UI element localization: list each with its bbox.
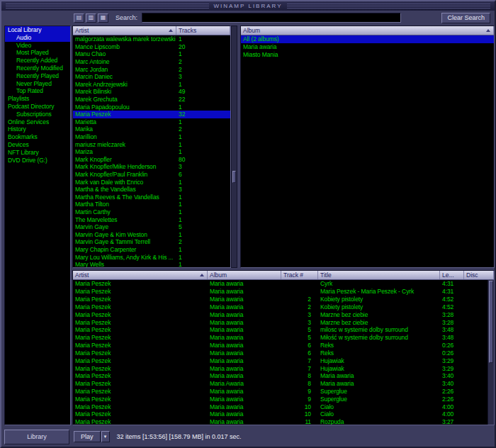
artist-row[interactable]: Mary Lou Williams, Andy Kirk & His ... 1 [73,253,230,261]
column-header-artist[interactable]: Artist [73,26,176,35]
artist-row[interactable]: Marvin Gaye & Tammi Terrell 2 [73,238,230,246]
sidebar-item[interactable]: Audio [5,34,70,42]
column-header-track-number[interactable]: Track # [281,271,318,279]
album-row[interactable]: All (2 albums) [241,35,494,43]
artist-row[interactable]: Martin Carthy 1 [73,208,230,216]
album-row[interactable]: Miasto Mania [241,51,494,59]
artist-row[interactable]: Maria Papadopoulou 1 [73,103,230,111]
sidebar-item[interactable]: Bookmarks [5,133,70,141]
track-row[interactable]: Maria Peszek Maria awaria Cyrk 4:31 [73,280,487,288]
artist-row[interactable]: mariusz mielczarek 1 [73,140,230,148]
sidebar-item[interactable]: Video [5,42,70,50]
sidebar-item[interactable]: Playlists [5,95,70,103]
track-row[interactable]: Maria Peszek Maria awaria 7 Hujawiak 3:2… [73,357,487,364]
track-row[interactable]: Maria Peszek Maria awaria Maria Peszek -… [73,288,487,296]
track-row[interactable]: Maria Peszek Maria awaria 3 Marzne bez c… [73,310,487,318]
artist-row[interactable]: Marek Andrzejewski 1 [73,81,230,89]
track-row[interactable]: Maria Peszek Maria awaria 9 Superglue 2:… [73,395,487,403]
sidebar-item[interactable]: Recently Played [5,72,70,80]
column-header-tracks[interactable]: Tracks [176,26,230,35]
track-row[interactable]: Maria Peszek Maria Awaria 8 Maria awaria… [73,380,487,388]
sidebar-item[interactable]: Online Services [5,118,70,126]
track-row[interactable]: Maria Peszek Maria awaria 11 Rozpuda 3:2… [73,418,487,425]
artist-row[interactable]: Marietta 1 [73,118,230,126]
track-row[interactable]: Maria Peszek Maria awaria 6 Reks 0:26 [73,342,487,349]
column-header-track-length[interactable]: Le... [440,271,464,279]
titlebar[interactable]: WINAMP LIBRARY [1,1,495,11]
artist-row[interactable]: The Marvelettes 1 [73,215,230,223]
sidebar-item[interactable]: Most Played [5,49,70,57]
track-row[interactable]: Maria Peszek Maria awaria 9 Superglue 2:… [73,388,487,396]
artist-row[interactable]: Marvin Gaye 5 [73,223,230,231]
artist-row[interactable]: Marek Bilinski 49 [73,88,230,96]
track-row[interactable]: Maria Peszek Maria awaria 10 Ciało 4:00 [73,403,487,410]
artist-row[interactable]: Marvin Gaye & Kim Weston 1 [73,230,230,238]
toolbar-view-button[interactable]: ▤ [74,13,84,23]
toolbar-view-button[interactable]: ▥ [86,13,96,23]
play-button[interactable]: Play [74,431,101,442]
track-row[interactable]: Maria Peszek Maria awaria 3 Marzne bez c… [73,318,487,326]
sidebar-item[interactable]: Never Played [5,80,70,88]
play-dropdown-button[interactable]: ▼ [101,431,110,442]
artist-row[interactable]: Martha Reeves & The Vandellas 1 [73,193,230,201]
artist-track-count: 1 [176,35,230,43]
sidebar-item-label: Recently Modified [16,65,63,72]
artist-row[interactable]: malgorzata walewska marek torzewski 1 [73,35,230,43]
artist-row[interactable]: Mark Knopfler 80 [73,156,230,164]
status-text: 32 items [1:53:56] [158.79 MB] in 0.017 … [117,433,242,440]
artist-row[interactable]: Martha & the Vandellas 3 [73,186,230,194]
track-title: Superglue [318,396,440,403]
sidebar-item[interactable]: DVD Drive (G:) [5,157,70,164]
artist-list-scrollbar[interactable] [231,26,237,268]
sidebar-item[interactable]: Recently Modified [5,65,70,72]
library-button[interactable]: Library [4,430,69,444]
artist-row[interactable]: Marek Grechuta 22 [73,96,230,103]
artist-row[interactable]: Mance Lipscomb 20 [73,43,230,51]
artist-row[interactable]: Marc Jordan 2 [73,65,230,73]
track-row[interactable]: Maria Peszek Maria awaria 5 milosc w sys… [73,326,487,334]
column-header-track-album[interactable]: Album [208,271,281,279]
artist-row[interactable]: Marcin Daniec 3 [73,73,230,81]
toolbar-view-button[interactable]: ▦ [98,13,108,23]
artist-row[interactable]: Mary Wells 1 [73,261,230,268]
track-row[interactable]: Maria Peszek Maria awaria 10 Ciało 4:00 [73,410,487,418]
artist-row[interactable]: Marika 2 [73,125,230,133]
artist-row[interactable]: Martha Tilton 1 [73,201,230,208]
sidebar-item[interactable]: Subscriptions [5,111,70,118]
column-header-track-disc[interactable]: Disc [464,271,494,279]
track-row[interactable]: Maria Peszek Maria awaria 2 Kobiety pist… [73,296,487,303]
sidebar-item[interactable]: Local Library [5,26,70,34]
artist-row[interactable]: Mary Chapin Carpenter 1 [73,246,230,254]
artist-pane: Artist Tracks malgorzata walewska marek … [72,26,231,268]
sidebar-item[interactable]: Recently Added [5,57,70,65]
scrollbar-thumb[interactable] [489,281,493,363]
artist-row[interactable]: Manu Chao 1 [73,50,230,58]
track-row[interactable]: Maria Peszek Maria awaria 8 Maria awaria… [73,372,487,380]
artist-row[interactable]: Mark Knopfler/Mike Henderson 3 [73,163,230,171]
album-row[interactable]: Maria awaria [241,43,494,51]
sidebar-item[interactable]: History [5,125,70,133]
column-header-track-title[interactable]: Title [318,271,440,279]
search-input[interactable] [142,13,401,23]
sidebar-item[interactable]: NFT Library [5,149,70,157]
sidebar-item[interactable]: Podcast Directory [5,103,70,111]
tracks-list-scrollbar[interactable] [487,280,494,425]
artist-row[interactable]: Marc Antoine 2 [73,58,230,66]
column-header-album[interactable]: Album [241,26,494,35]
artist-row[interactable]: Mariza 1 [73,148,230,156]
artist-row[interactable]: Mark Knopfler/Paul Franklin 6 [73,171,230,179]
artist-row[interactable]: Mark van Dale with Enrico 1 [73,178,230,186]
track-row[interactable]: Maria Peszek Maria awaria 6 Reks 0:26 [73,349,487,357]
sidebar-item[interactable]: Devices [5,141,70,149]
track-row[interactable]: Maria Peszek Maria awaria 5 Miłość w sys… [73,334,487,342]
track-row[interactable]: Maria Peszek Maria awaria 7 Hujawiak 3:2… [73,364,487,372]
artist-row[interactable]: Marillion 1 [73,133,230,141]
column-header-track-artist[interactable]: Artist [73,271,208,279]
artist-row[interactable]: Maria Peszek 32 [73,111,230,118]
clear-search-button[interactable]: Clear Search [441,13,490,23]
sidebar-item-label: Bookmarks [8,133,38,140]
scrollbar-thumb[interactable] [232,171,236,183]
track-row[interactable]: Maria Peszek Maria awaria 2 Kobiety pist… [73,303,487,310]
sidebar-item[interactable]: Top Rated [5,87,70,95]
track-title: Cyrk [318,280,440,287]
